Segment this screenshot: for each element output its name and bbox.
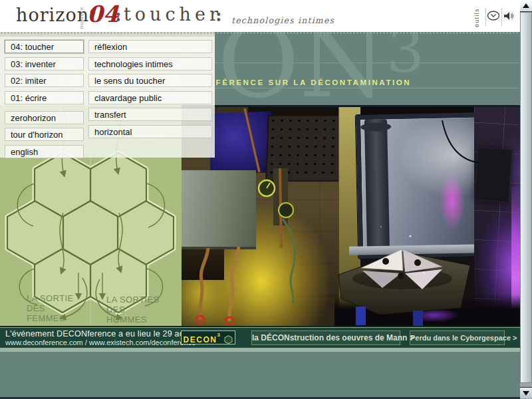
event-urls: www.deconference.com / www.existech.com/…: [5, 338, 196, 346]
nav-section-reflexion[interactable]: réflexion: [88, 40, 212, 53]
sortie-hommes-label: LA SORTIESDESHOMMES: [106, 295, 160, 325]
nav-issue-02-imiter[interactable]: 02: imiter: [5, 74, 84, 87]
tools-divider: [485, 9, 486, 26]
decontamination-chamber-photo: [182, 105, 520, 326]
nav-section-clavardage[interactable]: clavardage public: [88, 91, 212, 104]
nav-issue-04-toucher[interactable]: 04: toucher: [5, 40, 84, 53]
nav-section-technologies[interactable]: technologies intimes: [88, 57, 212, 70]
navigation-overlay: 04: toucher 03: inventer 02: imiter 01: …: [0, 37, 215, 158]
issue-number: 04: [87, 1, 118, 27]
hexagon-icon: [224, 335, 233, 344]
decon3-button[interactable]: DECON3: [181, 331, 235, 344]
nav-section-horizontal[interactable]: horizontal: [88, 125, 212, 138]
numero-label: numéro: [78, 7, 84, 29]
separator-colon: :: [115, 5, 122, 25]
nav-english[interactable]: english: [5, 145, 84, 158]
site-header: horizon0 numéro 04 : toucher : technolog…: [0, 0, 532, 32]
separator-colon: :: [215, 5, 222, 25]
nav-issue-01-ecrire[interactable]: 01: écrire: [5, 91, 84, 104]
tools-divider: [501, 9, 502, 26]
deconstruction-mann-link[interactable]: la DÉCONstruction des oeuvres de Mann >: [251, 331, 400, 345]
vertical-scrollbar[interactable]: [520, 0, 532, 399]
band-teal-zone: ON3: [215, 32, 520, 105]
issue-subtitle: technologies intimes: [231, 15, 334, 25]
event-footer-bar: L'événement DECONference a eu lieu le 29…: [0, 326, 520, 348]
nav-zerohorizon[interactable]: zerohorizon: [5, 111, 84, 124]
decon-watermark-large: ON3: [217, 32, 425, 105]
issue-title: toucher: [124, 4, 222, 25]
nav-section-sens-toucher[interactable]: le sens du toucher: [88, 74, 212, 87]
perdu-cyborgespace-link[interactable]: Perdu dans le Cyborgespace >: [410, 331, 505, 345]
scrollbar-thumb[interactable]: [520, 12, 532, 383]
nav-tour-dhorizon[interactable]: tour d'horizon: [5, 128, 84, 141]
horizonzero-page: DECON3 Entrez dans l'aire de DÉCONtamina…: [0, 0, 532, 399]
nav-section-transfert[interactable]: transfert: [88, 108, 212, 121]
scroll-down-button[interactable]: [520, 387, 532, 398]
nav-issue-03-inventer[interactable]: 03: inventer: [5, 57, 84, 70]
photo-equipment-overlay: [182, 107, 520, 326]
sortie-femmes-label: LA SORTIEDESFEMMES: [27, 293, 74, 323]
outils-label: outils: [473, 8, 480, 27]
speaker-icon[interactable]: [503, 11, 514, 23]
sage-divider-strip: [0, 348, 520, 352]
scroll-up-button[interactable]: [520, 0, 532, 12]
chevron-down-icon[interactable]: [487, 11, 500, 23]
